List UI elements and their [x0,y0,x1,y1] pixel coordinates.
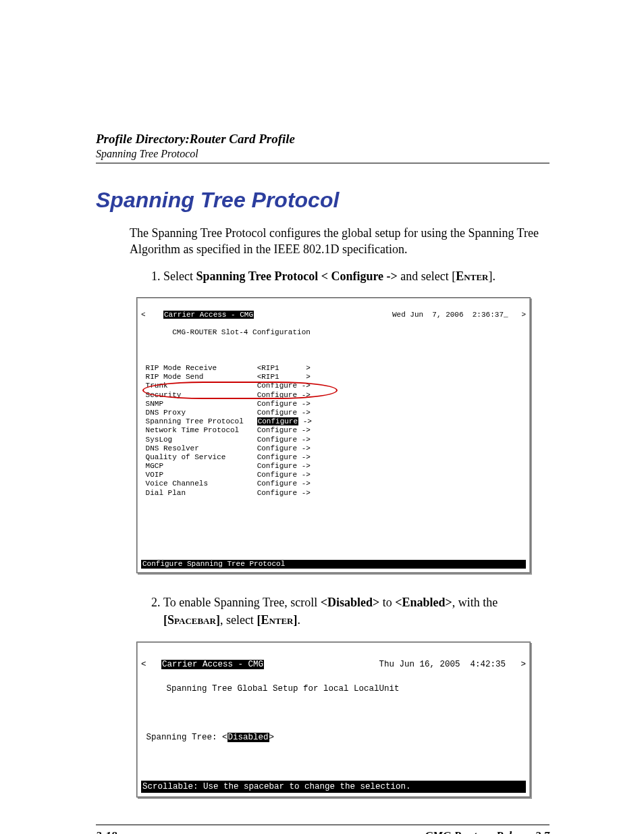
term1-status-bar: Configure Spanning Tree Protocol [141,560,526,569]
term2-field-value: Disabled [227,733,269,742]
instruction-list: Select Spanning Tree Protocol < Configur… [143,267,549,285]
config-row: RIP Mode Send <RIP1 > [141,373,526,382]
header-title: Profile Directory:Router Card Profile [96,132,549,147]
config-row: Dial Plan Configure -> [141,489,526,498]
terminal-1-content: < Carrier Access - CMGWed Jun 7, 2006 2:… [141,302,526,569]
page-number: 3-18 [96,829,117,834]
enter-key: Enter [456,269,488,283]
step-1: Select Spanning Tree Protocol < Configur… [163,267,549,285]
config-row: DNS Resolver Configure -> [141,444,526,453]
config-row: Voice Channels Configure -> [141,479,526,488]
config-row: DNS Proxy Configure -> [141,409,526,417]
step1-mid: and select [ [398,269,456,283]
step2-enabled: <Enabled> [395,596,452,609]
config-row: Network Time Protocol Configure -> [141,426,526,435]
config-row: VOIP Configure -> [141,471,526,479]
term2-field-label: Spanning Tree: < [146,733,227,742]
running-header: Profile Directory:Router Card Profile Sp… [96,132,549,163]
step1-bold: Spanning Tree Protocol < Configure -> [196,269,397,283]
terminal-screenshot-1: < Carrier Access - CMGWed Jun 7, 2006 2:… [136,297,531,574]
config-row: SysLog Configure -> [141,436,526,444]
term1-subtitle: CMG-ROUTER Slot-4 Configuration [172,328,311,336]
step-2: To enable Spanning Tree, scroll <Disable… [163,594,549,629]
header-rule [96,163,549,163]
doc-title: CMG Router - Release 2.7 [425,829,549,834]
step2-mid1: to [379,596,395,609]
step2-post: . [298,613,301,627]
config-row: Spanning Tree Protocol Configure -> [141,417,526,426]
term2-datetime: Thu Jun 16, 2005 4:42:35 [379,660,506,669]
header-subtitle: Spanning Tree Protocol [96,148,549,160]
step1-post: ]. [488,269,495,283]
config-row: RIP Mode Receive <RIP1 > [141,364,526,373]
instruction-list-2: To enable Spanning Tree, scroll <Disable… [143,594,549,629]
config-row: Quality of Service Configure -> [141,453,526,462]
step1-pre: Select [163,269,196,283]
terminal-2-content: < Carrier Access - CMGThu Jun 16, 2005 4… [141,646,526,793]
config-row: MGCP Configure -> [141,462,526,471]
term2-status-bar: Scrollable: Use the spacebar to change t… [141,781,526,793]
spacebar-key: Spacebar [167,613,216,627]
term1-datetime: Wed Jun 7, 2006 2:36:37_ [392,311,508,319]
step2-mid2: , with the [452,596,498,609]
step2-disabled: <Disabled> [321,596,380,609]
term2-field-post: > [269,733,275,742]
terminal-screenshot-2: < Carrier Access - CMGThu Jun 16, 2005 4… [136,642,531,798]
term2-subtitle: Spanning Tree Global Setup for local Loc… [167,684,400,694]
term2-title: Carrier Access - CMG [161,660,264,669]
footer-rule [96,825,549,825]
section-heading: Spanning Tree Protocol [96,188,549,213]
page-footer: 3-18 CMG Router - Release 2.7 [96,829,549,834]
config-row: Security Configure -> [141,391,526,400]
step2-mid3: , select [220,613,257,627]
enter-key-2: Enter [261,613,293,627]
term1-title: Carrier Access - CMG [163,311,254,319]
intro-paragraph: The Spanning Tree Protocol configures th… [130,225,549,258]
config-row: SNMP Configure -> [141,400,526,409]
step2-pre: To enable Spanning Tree, scroll [163,596,321,609]
config-row: Trunk Configure -> [141,382,526,390]
